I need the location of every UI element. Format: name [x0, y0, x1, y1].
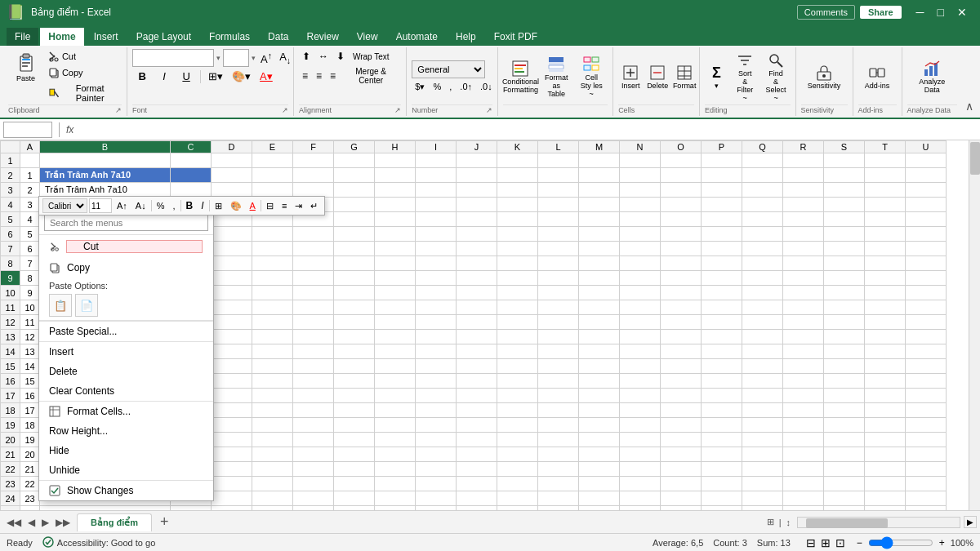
cell[interactable]	[906, 344, 947, 359]
comments-button[interactable]: Comments	[797, 5, 855, 20]
ctx-search-input[interactable]	[44, 215, 208, 231]
mini-font-color-btn[interactable]: A	[247, 198, 259, 213]
ctx-delete-item[interactable]: Delete	[39, 362, 213, 381]
mini-size-input[interactable]	[89, 198, 112, 213]
cell[interactable]	[661, 153, 702, 168]
cell[interactable]	[865, 359, 906, 374]
italic-btn[interactable]: I	[154, 69, 174, 84]
cell[interactable]	[497, 271, 538, 286]
cell-a[interactable]: 16	[20, 389, 40, 403]
cell[interactable]	[497, 403, 538, 418]
row-header[interactable]: 18	[1, 403, 20, 418]
align-right-btn[interactable]: ≡	[327, 69, 339, 83]
cell[interactable]	[661, 242, 702, 256]
cell[interactable]	[293, 491, 334, 506]
align-middle-btn[interactable]: ↔	[315, 49, 332, 64]
row-header[interactable]: 19	[1, 418, 20, 433]
cell[interactable]	[416, 462, 457, 477]
cell[interactable]	[252, 344, 293, 359]
ctx-paste-special-item[interactable]: Paste Special...	[39, 322, 213, 341]
cell[interactable]	[702, 271, 742, 286]
cell[interactable]	[416, 389, 457, 403]
cell[interactable]	[906, 374, 947, 389]
cell[interactable]	[579, 300, 620, 315]
cell[interactable]	[538, 183, 579, 198]
mini-font-select[interactable]: Calibri	[42, 198, 87, 213]
cell[interactable]	[783, 153, 824, 168]
tab-home[interactable]: Home	[40, 28, 83, 46]
cell[interactable]	[865, 374, 906, 389]
cell[interactable]	[742, 242, 783, 256]
cell[interactable]	[212, 477, 252, 491]
cell[interactable]	[212, 330, 252, 344]
cell[interactable]	[661, 506, 702, 511]
cell[interactable]	[212, 153, 252, 168]
cell[interactable]	[416, 168, 457, 183]
row-header[interactable]: 6	[1, 227, 20, 242]
cell[interactable]	[906, 300, 947, 315]
cell[interactable]	[783, 227, 824, 242]
cell[interactable]	[783, 212, 824, 227]
cell[interactable]	[702, 462, 742, 477]
cell[interactable]	[906, 286, 947, 300]
cell-a[interactable]: 21	[20, 462, 40, 477]
cell[interactable]	[497, 418, 538, 433]
cell[interactable]	[661, 286, 702, 300]
cell[interactable]	[906, 271, 947, 286]
cell[interactable]	[538, 168, 579, 183]
cell[interactable]	[783, 506, 824, 511]
row-header[interactable]: 1	[1, 153, 20, 168]
cell[interactable]	[252, 374, 293, 389]
cell[interactable]	[375, 477, 416, 491]
cell[interactable]	[538, 330, 579, 344]
cell[interactable]	[538, 198, 579, 212]
cell[interactable]	[865, 344, 906, 359]
cell-a[interactable]: 17	[20, 403, 40, 418]
cell[interactable]	[252, 359, 293, 374]
cell[interactable]	[212, 506, 252, 511]
conditional-formatting-btn[interactable]: Conditional Formatting	[503, 57, 537, 96]
cell[interactable]	[661, 403, 702, 418]
cell[interactable]	[824, 447, 865, 462]
cell[interactable]	[212, 418, 252, 433]
cell-b[interactable]	[40, 506, 171, 511]
cell[interactable]	[742, 462, 783, 477]
cell[interactable]	[457, 330, 497, 344]
col-header-n[interactable]: N	[620, 141, 661, 153]
cell[interactable]	[865, 447, 906, 462]
cell[interactable]	[824, 330, 865, 344]
cell[interactable]	[906, 403, 947, 418]
cell-c[interactable]	[171, 183, 212, 198]
cell[interactable]	[865, 286, 906, 300]
cell[interactable]	[824, 359, 865, 374]
currency-btn[interactable]: $▾	[412, 80, 428, 94]
cell[interactable]	[457, 256, 497, 271]
cell[interactable]	[293, 447, 334, 462]
row-header[interactable]: 7	[1, 242, 20, 256]
cell[interactable]	[824, 344, 865, 359]
cell[interactable]	[457, 227, 497, 242]
cell[interactable]	[783, 300, 824, 315]
cell[interactable]	[824, 315, 865, 330]
mini-wrap-btn[interactable]: ↵	[307, 198, 321, 213]
cell[interactable]	[579, 330, 620, 344]
cell[interactable]	[497, 506, 538, 511]
cell[interactable]	[579, 271, 620, 286]
cell[interactable]	[742, 344, 783, 359]
cell[interactable]	[252, 168, 293, 183]
percent-btn[interactable]: %	[430, 80, 444, 93]
cell[interactable]	[416, 433, 457, 447]
cell[interactable]	[375, 271, 416, 286]
cell[interactable]	[620, 447, 661, 462]
cell[interactable]	[661, 271, 702, 286]
zoom-out-btn[interactable]: −	[854, 536, 865, 549]
cell[interactable]	[416, 286, 457, 300]
cell[interactable]	[538, 374, 579, 389]
cell[interactable]	[212, 300, 252, 315]
row-header[interactable]: 23	[1, 477, 20, 491]
cell[interactable]	[906, 256, 947, 271]
cell[interactable]	[334, 168, 375, 183]
cell[interactable]	[620, 359, 661, 374]
fx-button[interactable]: fx	[63, 124, 77, 136]
cell[interactable]	[538, 433, 579, 447]
